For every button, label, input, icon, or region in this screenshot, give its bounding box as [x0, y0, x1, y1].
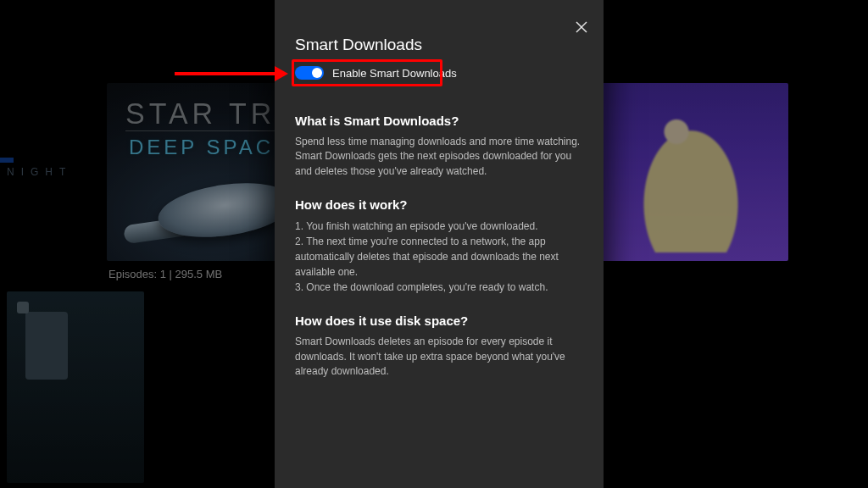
section-heading-how: How does it work?: [295, 197, 583, 212]
enable-toggle-label: Enable Smart Downloads: [332, 67, 457, 80]
how-step-2: 2. The next time you're connected to a n…: [295, 234, 583, 280]
close-icon: [576, 21, 587, 33]
toggle-knob: [312, 68, 322, 78]
enable-toggle-row[interactable]: Enable Smart Downloads: [295, 66, 457, 80]
section-heading-disk: How does it use disk space?: [295, 313, 583, 328]
how-step-1: 1. You finish watching an episode you've…: [295, 219, 583, 234]
section-heading-what: What is Smart Downloads?: [295, 114, 583, 128]
section-body-disk: Smart Downloads deletes an episode for e…: [295, 335, 583, 379]
enable-toggle-switch[interactable]: [295, 66, 324, 80]
close-button[interactable]: [571, 17, 592, 37]
smart-downloads-dialog: Smart Downloads Enable Smart Downloads W…: [275, 0, 604, 488]
how-step-3: 3. Once the download completes, you're r…: [295, 280, 583, 295]
section-body-what: Spend less time managing downloads and m…: [295, 135, 583, 179]
how-steps: 1. You finish watching an episode you've…: [295, 219, 583, 295]
dialog-title: Smart Downloads: [295, 36, 422, 54]
dialog-body: What is Smart Downloads? Spend less time…: [295, 95, 583, 379]
